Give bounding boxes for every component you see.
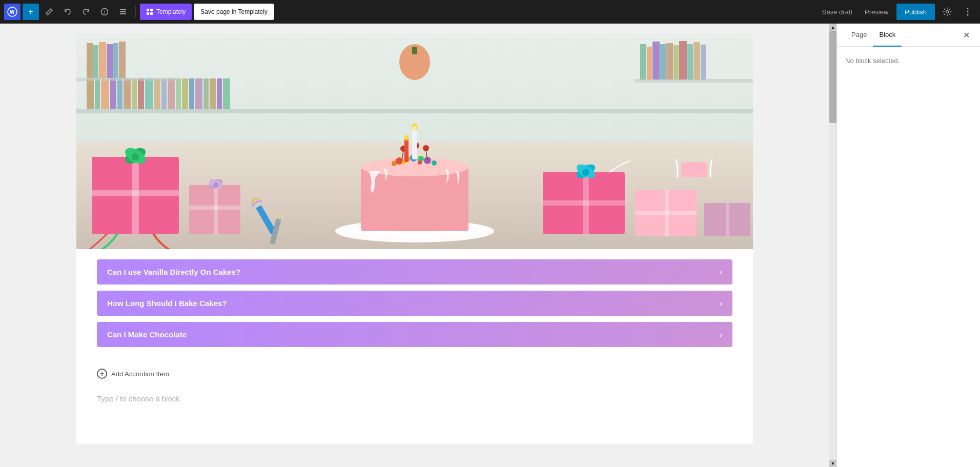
- svg-rect-5: [120, 11, 126, 12]
- svg-rect-4: [120, 9, 126, 10]
- templately-button[interactable]: Templately: [140, 4, 192, 20]
- svg-rect-72: [687, 44, 693, 80]
- svg-rect-8: [150, 9, 153, 11]
- main-layout: Can I use Vanilla Directly On Cakes? › H…: [0, 24, 980, 467]
- add-accordion-item[interactable]: + Add Accordion Item: [76, 363, 753, 384]
- svg-rect-63: [726, 203, 729, 236]
- svg-point-39: [432, 160, 437, 166]
- publish-button[interactable]: Publish: [896, 4, 935, 20]
- save-page-templately-button[interactable]: Save page in Templately: [194, 4, 274, 20]
- accordion-title-2: How Long Should I Bake Cakes?: [107, 299, 227, 308]
- accordion-chevron-1: ›: [720, 268, 722, 276]
- svg-rect-67: [652, 42, 660, 80]
- candy-wrapper: [676, 159, 712, 177]
- svg-rect-69: [666, 43, 673, 80]
- svg-rect-82: [113, 43, 118, 78]
- toolbar-right: Save draft Preview Publish: [818, 4, 976, 20]
- panel-close-button[interactable]: ✕: [961, 28, 972, 42]
- svg-rect-74: [701, 45, 706, 80]
- tools-button[interactable]: [41, 4, 57, 20]
- svg-rect-80: [99, 42, 106, 78]
- svg-rect-70: [673, 45, 679, 80]
- svg-rect-71: [679, 41, 687, 80]
- svg-rect-68: [660, 44, 666, 80]
- svg-rect-79: [93, 45, 98, 78]
- svg-rect-51: [404, 139, 409, 162]
- no-block-message: No block selected.: [845, 57, 972, 65]
- save-draft-button[interactable]: Save draft: [818, 5, 856, 19]
- toolbar: W + i: [0, 0, 980, 24]
- svg-rect-55: [543, 200, 625, 206]
- svg-point-33: [396, 157, 403, 165]
- settings-button[interactable]: [939, 4, 955, 20]
- svg-rect-48: [412, 129, 417, 159]
- cake-scene: [76, 34, 753, 249]
- gift-box-left-large: [87, 145, 179, 249]
- svg-point-20: [132, 153, 139, 160]
- scrollbar-thumb[interactable]: [829, 31, 836, 123]
- redo-button[interactable]: [78, 4, 94, 20]
- accordion-header-2[interactable]: How Long Should I Bake Cakes? ›: [97, 291, 732, 316]
- gift-box-right-3: [704, 203, 750, 236]
- gift-box-right-2: [635, 190, 697, 236]
- type-block-placeholder[interactable]: Type / to choose a block: [76, 384, 753, 413]
- accordion-chevron-3: ›: [720, 331, 722, 339]
- scrollbar-track: [829, 31, 836, 460]
- svg-point-41: [418, 160, 422, 165]
- accordion-title-3: Can I Make Chocolate: [107, 330, 187, 339]
- svg-rect-7: [147, 9, 149, 11]
- svg-rect-6: [120, 13, 126, 14]
- accordion-chevron-2: ›: [720, 299, 722, 308]
- info-button[interactable]: i: [96, 4, 113, 20]
- list-view-button[interactable]: [115, 4, 131, 20]
- svg-rect-23: [189, 206, 240, 210]
- svg-text:i: i: [104, 10, 105, 15]
- svg-point-12: [967, 8, 969, 10]
- accordion-header-1[interactable]: Can I use Vanilla Directly On Cakes? ›: [97, 259, 732, 285]
- accordion-header-3[interactable]: Can I Make Chocolate ›: [97, 322, 732, 347]
- more-options-button[interactable]: [959, 4, 976, 20]
- wp-logo-button[interactable]: W: [4, 4, 21, 20]
- panel-tabs: Page Block ✕: [837, 24, 980, 47]
- svg-point-58: [582, 169, 589, 176]
- scrollbar[interactable]: ▲ ▼: [829, 24, 836, 467]
- svg-point-11: [946, 11, 949, 13]
- svg-rect-9: [147, 12, 149, 15]
- svg-rect-83: [119, 42, 126, 78]
- svg-point-47: [423, 145, 429, 151]
- tab-page[interactable]: Page: [845, 24, 873, 47]
- svg-rect-81: [107, 44, 113, 78]
- preview-button[interactable]: Preview: [861, 5, 892, 19]
- scrollbar-up-arrow[interactable]: ▲: [829, 24, 836, 31]
- add-circle-icon: +: [97, 369, 107, 379]
- svg-rect-73: [693, 42, 700, 80]
- add-accordion-label: Add Accordion Item: [111, 370, 169, 378]
- svg-rect-31: [361, 167, 468, 231]
- save-templately-label: Save page in Templately: [200, 8, 268, 15]
- svg-rect-75: [635, 79, 753, 83]
- canvas-wrapper: Can I use Vanilla Directly On Cakes? › H…: [76, 34, 753, 444]
- canvas-area[interactable]: Can I use Vanilla Directly On Cakes? › H…: [0, 24, 829, 467]
- svg-rect-65: [640, 44, 646, 80]
- svg-point-14: [967, 14, 969, 16]
- tab-block[interactable]: Block: [873, 24, 902, 47]
- svg-rect-66: [647, 47, 652, 80]
- svg-point-50: [413, 126, 416, 131]
- svg-rect-10: [150, 12, 153, 15]
- scrollbar-down-arrow[interactable]: ▼: [829, 460, 836, 467]
- svg-point-52: [404, 135, 409, 141]
- svg-rect-61: [635, 211, 697, 215]
- svg-point-26: [213, 182, 218, 188]
- hero-image: [76, 34, 753, 249]
- toolbar-divider: [135, 6, 136, 18]
- right-panel: Page Block ✕ No block selected.: [836, 24, 980, 467]
- gift-box-left-small: [189, 177, 240, 234]
- accordion-item-2: How Long Should I Bake Cakes? ›: [97, 291, 732, 316]
- accordion-section: Can I use Vanilla Directly On Cakes? › H…: [76, 249, 753, 363]
- accordion-item-1: Can I use Vanilla Directly On Cakes? ›: [97, 259, 732, 285]
- add-block-button[interactable]: +: [23, 4, 39, 20]
- templately-label: Templately: [156, 8, 186, 15]
- undo-button[interactable]: [59, 4, 76, 20]
- svg-rect-77: [412, 47, 417, 54]
- panel-content: No block selected.: [837, 47, 980, 467]
